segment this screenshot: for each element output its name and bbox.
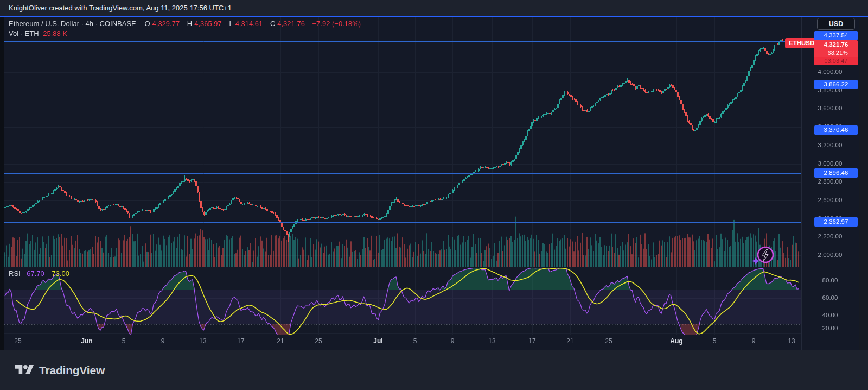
volume-label: Vol · ETH — [9, 29, 39, 37]
price-scale-label: 2,200.00 — [801, 233, 859, 240]
price-scale-label: 3,000.00 — [801, 160, 859, 167]
time-axis-tick: 25 — [605, 337, 612, 345]
price-line-badge: 2,896.46 — [814, 168, 858, 178]
price-scale-label: 3,600.00 — [801, 105, 859, 111]
price-line-badge: 4,337.54 — [814, 31, 858, 40]
time-axis-tick: 17 — [237, 337, 244, 345]
rsi-scale-label: 20.00 — [801, 325, 859, 331]
open-value: 4,329.77 — [152, 20, 180, 28]
time-axis-tick: 5 — [122, 337, 126, 345]
volume-legend: Vol · ETH 25.88 K — [9, 29, 73, 37]
low-label: L — [229, 20, 233, 28]
rsi-ma-value: 73.00 — [52, 269, 69, 278]
price-line-badge: 3,866.22 — [814, 80, 858, 89]
price-scale-label: 2,600.00 — [801, 197, 859, 203]
attribution-text: KnightOliver created with TradingView.co… — [9, 4, 232, 12]
currency-toggle-button[interactable]: USD — [817, 18, 855, 30]
time-axis-tick: 5 — [713, 337, 717, 345]
time-axis-tick: 9 — [752, 337, 756, 345]
low-value: 4,314.61 — [235, 20, 263, 28]
time-axis-tick: 25 — [14, 337, 21, 345]
flash-boost-icon[interactable] — [751, 243, 775, 267]
close-label: C — [270, 20, 275, 28]
high-label: H — [187, 20, 192, 28]
price-line-symbol-label: ETHUSD — [785, 38, 818, 48]
tradingview-snapshot: KnightOliver created with TradingView.co… — [0, 0, 868, 390]
price-scale-label: 2,800.00 — [801, 178, 859, 185]
rsi-title: RSI — [9, 269, 21, 278]
change-value: −7.92 (−0.18%) — [312, 20, 361, 28]
price-scale-label: 2,000.00 — [801, 251, 859, 258]
time-axis-tick: 21 — [566, 337, 573, 345]
last-price-badge: 4,321.76 +68.21% 03:03:47 — [814, 40, 858, 65]
last-price-value: 4,321.76 — [814, 40, 858, 49]
left-gutter — [0, 17, 4, 350]
candle-countdown: 03:03:47 — [814, 57, 858, 65]
time-axis-tick: 21 — [277, 337, 284, 345]
time-axis-tick: 17 — [528, 337, 535, 345]
time-axis-tick: 9 — [161, 337, 165, 345]
symbol-legend: Ethereum / U.S. Dollar · 4h · COINBASE O… — [9, 20, 366, 28]
time-axis-tick: Jul — [373, 337, 382, 345]
chart-canvas[interactable] — [0, 0, 868, 390]
time-axis-tick: 5 — [413, 337, 417, 345]
price-scale-divider — [801, 17, 802, 350]
time-axis-tick: 13 — [488, 337, 495, 345]
close-value: 4,321.76 — [277, 20, 305, 28]
price-line-badge: 3,370.46 — [814, 125, 858, 135]
footer-bar: TradingView — [0, 350, 868, 390]
rsi-value: 67.70 — [27, 269, 44, 278]
time-axis-divider — [4, 335, 859, 335]
attribution-bar: KnightOliver created with TradingView.co… — [0, 0, 868, 16]
right-margin — [859, 17, 868, 350]
price-scale-label: 3,200.00 — [801, 142, 859, 148]
rsi-scale-label: 60.00 — [801, 294, 859, 301]
open-label: O — [144, 20, 150, 28]
symbol-title[interactable]: Ethereum / U.S. Dollar · 4h · COINBASE — [9, 20, 136, 28]
volume-value: 25.88 K — [43, 29, 67, 37]
last-price-change: +68.21% — [814, 49, 858, 57]
time-axis-tick: 13 — [199, 337, 206, 345]
time-axis-tick: 9 — [451, 337, 455, 345]
high-value: 4,365.97 — [194, 20, 222, 28]
rsi-scale-label: 80.00 — [801, 277, 859, 284]
top-accent-line — [0, 16, 868, 17]
time-axis-tick: 25 — [315, 337, 322, 345]
rsi-pane-divider — [4, 268, 801, 268]
rsi-scale-label: 40.00 — [801, 312, 859, 318]
time-axis-tick: Aug — [670, 337, 682, 345]
price-line-badge: 2,362.97 — [814, 217, 858, 227]
rsi-legend: RSI 67.70 73.00 — [9, 269, 69, 278]
time-axis-tick: 13 — [788, 337, 795, 345]
tradingview-wordmark[interactable]: TradingView — [39, 364, 105, 377]
price-scale-label: 4,000.00 — [801, 68, 859, 75]
tradingview-logo-icon[interactable] — [15, 363, 34, 378]
time-axis-tick: Jun — [81, 337, 92, 345]
